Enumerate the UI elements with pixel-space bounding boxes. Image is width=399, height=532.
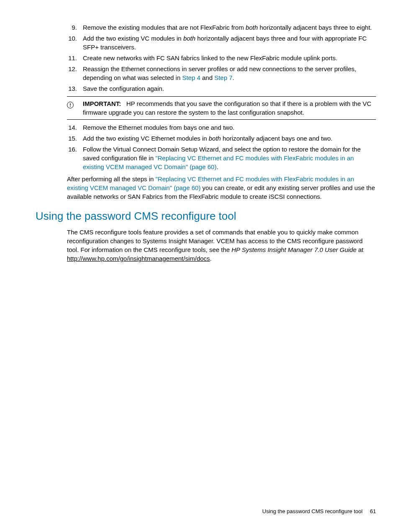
step-13: 13. Save the configuration again. (67, 84, 376, 93)
important-text: IMPORTANT: HP recommends that you save t… (83, 99, 376, 117)
step-text: Add the two existing VC Ethernet modules… (83, 134, 376, 143)
document-page: 9. Remove the existing modules that are … (36, 23, 376, 263)
step-number: 10. (67, 34, 83, 51)
important-label: IMPORTANT: (83, 100, 121, 107)
important-icon: ! (67, 102, 74, 108)
step-12: 12. Reassign the Ethernet connections in… (67, 64, 376, 82)
page-number: 61 (370, 508, 376, 514)
docs-url-link[interactable]: http://www.hp.com/go/insightmanagement/s… (67, 255, 210, 262)
step-text: Remove the Ethernet modules from bays on… (83, 123, 376, 132)
footer-text: Using the password CMS reconfigure tool (262, 508, 363, 514)
step-text: Create new networks with FC SAN fabrics … (83, 54, 376, 62)
important-callout: ! IMPORTANT: HP recommends that you save… (67, 96, 376, 120)
step-14: 14. Remove the Ethernet modules from bay… (67, 123, 376, 132)
step-number: 14. (67, 123, 83, 132)
step-text: Remove the existing modules that are not… (83, 23, 376, 32)
divider (67, 119, 376, 120)
step-16: 16. Follow the Virtual Connect Domain Se… (67, 145, 376, 171)
step-text: Reassign the Ethernet connections in ser… (83, 64, 376, 82)
step-number: 12. (67, 64, 83, 82)
step-10: 10. Add the two existing VC modules in b… (67, 34, 376, 51)
steps-list-part1: 9. Remove the existing modules that are … (67, 23, 376, 93)
step-number: 16. (67, 145, 83, 171)
step-number: 11. (67, 54, 83, 62)
step-9: 9. Remove the existing modules that are … (67, 23, 376, 32)
divider (67, 96, 376, 97)
after-steps-paragraph: After performing all the steps in "Repla… (67, 175, 376, 201)
step-number: 15. (67, 134, 83, 143)
cms-paragraph: The CMS reconfigure tools feature provid… (67, 228, 376, 263)
important-icon-cell: ! (67, 99, 83, 117)
step-11: 11. Create new networks with FC SAN fabr… (67, 54, 376, 62)
page-footer: Using the password CMS reconfigure tool … (262, 508, 376, 515)
steps-list-part2: 14. Remove the Ethernet modules from bay… (67, 123, 376, 171)
section-heading: Using the password CMS reconfigure tool (36, 208, 376, 224)
step-text: Follow the Virtual Connect Domain Setup … (83, 145, 376, 171)
step-number: 13. (67, 84, 83, 93)
step-text: Save the configuration again. (83, 84, 376, 93)
step7-link[interactable]: Step 7 (214, 74, 232, 81)
step-text: Add the two existing VC modules in both … (83, 34, 376, 51)
step-number: 9. (67, 23, 83, 32)
step4-link[interactable]: Step 4 (182, 74, 200, 81)
step-15: 15. Add the two existing VC Ethernet mod… (67, 134, 376, 143)
